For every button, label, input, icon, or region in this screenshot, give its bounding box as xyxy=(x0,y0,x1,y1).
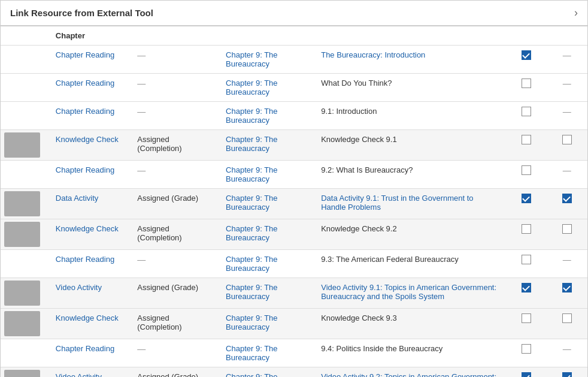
checkbox-unchecked-2[interactable] xyxy=(562,135,572,144)
checkbox-unchecked-2[interactable] xyxy=(562,224,572,234)
type-link[interactable]: Video Activity xyxy=(56,283,102,292)
type-link[interactable]: Knowledge Check xyxy=(56,224,119,233)
cell-grading: Assigned (Grade) xyxy=(131,367,220,378)
dash-grading: — xyxy=(137,255,146,264)
col-type: Chapter xyxy=(50,26,131,46)
dash-check2: — xyxy=(563,107,571,116)
cell-check2[interactable] xyxy=(547,278,587,309)
checkbox-unchecked-1[interactable] xyxy=(522,135,531,144)
cell-grading: — xyxy=(131,74,220,102)
type-link[interactable]: Chapter Reading xyxy=(56,79,114,88)
checkbox-checked-1[interactable] xyxy=(522,283,531,292)
checkbox-checked-2[interactable] xyxy=(562,372,572,377)
cell-grading: Assigned (Grade) xyxy=(131,189,220,219)
module-link[interactable]: Chapter 9: The Bureaucracy xyxy=(226,79,277,96)
module-link[interactable]: Chapter 9: The Bureaucracy xyxy=(226,372,277,377)
cell-check1[interactable] xyxy=(506,161,547,189)
cell-check1[interactable] xyxy=(506,250,547,278)
cell-name: What Do You Think? xyxy=(315,74,505,102)
cell-name: 9.4: Politics Inside the Bureaucracy xyxy=(315,339,505,367)
cell-check2[interactable] xyxy=(547,130,587,161)
checkbox-unchecked-2[interactable] xyxy=(562,313,572,323)
dash-grading: — xyxy=(137,344,146,354)
cell-check2[interactable]: — xyxy=(547,161,587,189)
checkbox-checked-1[interactable] xyxy=(522,50,531,60)
checkbox-checked-1[interactable] xyxy=(522,372,531,377)
dash-check2: — xyxy=(563,50,571,60)
table-row: Chapter Reading—Chapter 9: The Bureaucra… xyxy=(1,74,587,102)
cell-name: 9.2: What Is Bureaucracy? xyxy=(315,161,505,189)
type-link[interactable]: Chapter Reading xyxy=(56,255,114,264)
type-link[interactable]: Video Activity xyxy=(56,372,102,377)
cell-check2[interactable]: — xyxy=(547,339,587,367)
resource-name-link[interactable]: Data Activity 9.1: Trust in the Governme… xyxy=(321,194,473,212)
module-link[interactable]: Chapter 9: The Bureaucracy xyxy=(226,107,277,125)
cell-thumb xyxy=(1,74,50,102)
type-link[interactable]: Chapter Reading xyxy=(56,107,114,116)
cell-check1[interactable] xyxy=(506,219,547,250)
cell-check1[interactable] xyxy=(506,339,547,367)
module-link[interactable]: Chapter 9: The Bureaucracy xyxy=(226,344,277,362)
cell-check1[interactable] xyxy=(506,102,547,130)
cell-name: The Bureaucracy: Introduction xyxy=(315,46,505,74)
thumbnail xyxy=(4,311,40,336)
cell-check2[interactable] xyxy=(547,309,587,339)
cell-module: Chapter 9: The Bureaucracy xyxy=(220,339,315,367)
module-link[interactable]: Chapter 9: The Bureaucracy xyxy=(226,313,277,331)
cell-check2[interactable]: — xyxy=(547,250,587,278)
cell-check1[interactable] xyxy=(506,278,547,309)
checkbox-unchecked-1[interactable] xyxy=(522,344,531,354)
cell-thumb xyxy=(1,161,50,189)
cell-check2[interactable]: — xyxy=(547,74,587,102)
cell-module: Chapter 9: The Bureaucracy xyxy=(220,46,315,74)
cell-check2[interactable] xyxy=(547,219,587,250)
checkbox-unchecked-1[interactable] xyxy=(522,107,531,116)
resource-name-link[interactable]: Video Activity 9.2: Topics in American G… xyxy=(321,372,496,377)
module-link[interactable]: Chapter 9: The Bureaucracy xyxy=(226,165,277,183)
cell-check1[interactable] xyxy=(506,367,547,378)
resource-name-link[interactable]: Video Activity 9.1: Topics in American G… xyxy=(321,283,496,301)
module-link[interactable]: Chapter 9: The Bureaucracy xyxy=(226,224,277,242)
checkbox-unchecked-1[interactable] xyxy=(522,313,531,323)
checkbox-checked-1[interactable] xyxy=(522,194,531,203)
checkbox-unchecked-1[interactable] xyxy=(522,79,531,88)
expand-arrow[interactable]: › xyxy=(574,7,578,19)
cell-module: Chapter 9: The Bureaucracy xyxy=(220,130,315,161)
cell-check2[interactable] xyxy=(547,367,587,378)
cell-check1[interactable] xyxy=(506,189,547,219)
cell-module: Chapter 9: The Bureaucracy xyxy=(220,74,315,102)
checkbox-unchecked-1[interactable] xyxy=(522,255,531,264)
type-link[interactable]: Chapter Reading xyxy=(56,165,114,174)
type-link[interactable]: Knowledge Check xyxy=(56,135,119,144)
type-link[interactable]: Data Activity xyxy=(56,194,99,203)
table-row: Chapter Reading—Chapter 9: The Bureaucra… xyxy=(1,46,587,74)
module-link[interactable]: Chapter 9: The Bureaucracy xyxy=(226,255,277,273)
type-link[interactable]: Chapter Reading xyxy=(56,50,114,59)
cell-grading: — xyxy=(131,161,220,189)
checkbox-unchecked-1[interactable] xyxy=(522,224,531,234)
checkbox-unchecked-1[interactable] xyxy=(522,165,531,175)
cell-type: Chapter Reading xyxy=(50,74,131,102)
cell-check1[interactable] xyxy=(506,46,547,74)
dash-grading: — xyxy=(137,107,146,116)
cell-check1[interactable] xyxy=(506,74,547,102)
cell-check1[interactable] xyxy=(506,130,547,161)
resource-name-link[interactable]: The Bureaucracy: Introduction xyxy=(321,50,425,59)
module-link[interactable]: Chapter 9: The Bureaucracy xyxy=(226,283,277,301)
cell-check2[interactable] xyxy=(547,189,587,219)
module-link[interactable]: Chapter 9: The Bureaucracy xyxy=(226,135,277,153)
type-link[interactable]: Knowledge Check xyxy=(56,313,119,322)
col-module xyxy=(220,26,315,46)
col-grading xyxy=(131,26,220,46)
cell-check2[interactable]: — xyxy=(547,46,587,74)
thumbnail xyxy=(4,132,40,158)
checkbox-checked-2[interactable] xyxy=(562,283,572,292)
col-thumb xyxy=(1,26,50,46)
cell-check1[interactable] xyxy=(506,309,547,339)
cell-check2[interactable]: — xyxy=(547,102,587,130)
module-link[interactable]: Chapter 9: The Bureaucracy xyxy=(226,194,277,212)
cell-grading: Assigned (Grade) xyxy=(131,278,220,309)
checkbox-checked-2[interactable] xyxy=(562,194,572,203)
type-link[interactable]: Chapter Reading xyxy=(56,344,114,353)
module-link[interactable]: Chapter 9: The Bureaucracy xyxy=(226,50,277,68)
